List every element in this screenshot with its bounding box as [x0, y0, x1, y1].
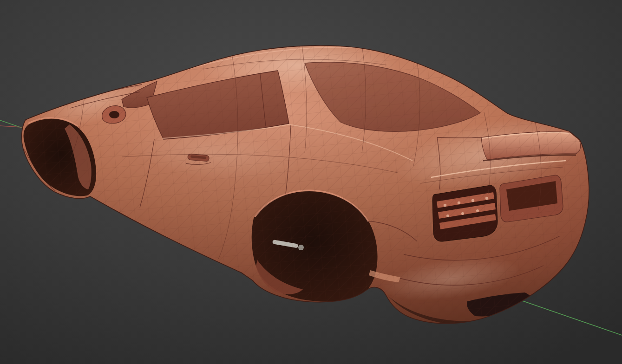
3d-viewport[interactable]: [0, 0, 622, 364]
scene-canvas: [0, 0, 622, 364]
